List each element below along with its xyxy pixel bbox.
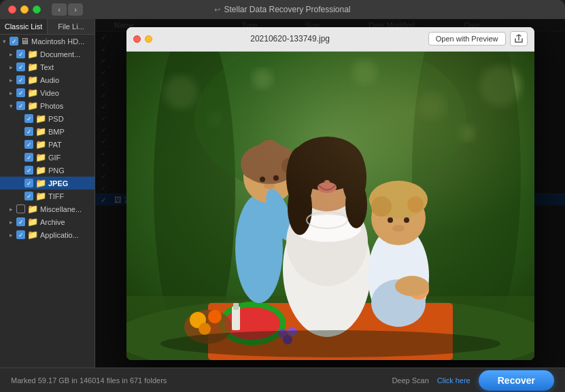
folder-icon-audio: 📁	[27, 75, 38, 85]
tree-label-macintosh: Macintosh HD...	[31, 37, 84, 46]
chevron-icon: ▸	[10, 206, 16, 213]
checkbox-documents[interactable]: ✓	[16, 50, 25, 58]
preview-titlebar: 20210620-133749.jpg Open with Preview	[126, 27, 534, 52]
folder-icon-macintosh: 🖥	[20, 36, 29, 46]
tree-item-jpeg[interactable]: ✓ 📁 JPEG	[0, 177, 95, 190]
recover-button[interactable]: Recover	[479, 370, 554, 391]
folder-icon-video: 📁	[27, 88, 38, 98]
forward-button[interactable]: ›	[68, 3, 83, 16]
tree-label-archive: Archive	[40, 218, 65, 226]
tree-item-tiff[interactable]: ✓ 📁 TIFF	[0, 190, 95, 202]
checkbox-archive[interactable]: ✓	[16, 217, 25, 226]
share-button[interactable]	[510, 31, 528, 46]
status-text: Marked 59.17 GB in 146014 files in 671 f…	[11, 376, 383, 385]
folder-icon-documents: 📁	[27, 49, 38, 59]
tree-item-documents[interactable]: ▸ ✓ 📁 Document...	[0, 48, 95, 60]
app-icon: ↩	[214, 5, 220, 14]
tab-classic-list[interactable]: Classic List	[0, 19, 48, 34]
checkbox-applications[interactable]: ✓	[16, 230, 25, 239]
back-button[interactable]: ‹	[52, 3, 67, 16]
folder-icon-miscellaneous: 📁	[27, 204, 38, 214]
checkbox-psd[interactable]: ✓	[24, 114, 33, 123]
tree-item-pat[interactable]: ✓ 📁 PAT	[0, 138, 95, 151]
tree-label-documents: Document...	[40, 50, 80, 58]
preview-window: 20210620-133749.jpg Open with Preview	[126, 27, 534, 360]
tree-label-gif: GIF	[48, 154, 61, 162]
tree-item-bmp[interactable]: ✓ 📁 BMP	[0, 125, 95, 138]
folder-icon-gif: 📁	[35, 152, 46, 162]
sidebar-tabs: Classic List File Li...	[0, 19, 95, 35]
checkbox-audio[interactable]: ✓	[16, 75, 25, 84]
chevron-icon: ▾	[10, 103, 16, 109]
checkbox-macintosh[interactable]: ✓	[10, 37, 18, 46]
tree-item-archive[interactable]: ▸ ✓ 📁 Archive	[0, 215, 95, 228]
open-with-preview-button[interactable]: Open with Preview	[428, 32, 506, 46]
photo-svg	[126, 52, 534, 360]
sidebar: Classic List File Li... ▾ ✓ 🖥 Macintosh …	[0, 19, 95, 368]
preview-traffic-lights	[133, 35, 152, 43]
tree-label-jpeg: JPEG	[48, 179, 68, 188]
tree-item-miscellaneous[interactable]: ▸ 📁 Miscellane...	[0, 202, 95, 215]
checkbox-png[interactable]: ✓	[24, 166, 33, 175]
tree-label-miscellaneous: Miscellane...	[40, 205, 82, 213]
tree-item-gif[interactable]: ✓ 📁 GIF	[0, 151, 95, 164]
close-button[interactable]	[8, 5, 16, 14]
checkbox-photos[interactable]: ✓	[16, 101, 25, 110]
chevron-icon: ▸	[10, 64, 16, 71]
checkbox-gif[interactable]: ✓	[24, 153, 33, 162]
app-title: ↩ Stellar Data Recovery Professional	[214, 5, 350, 14]
checkbox-text[interactable]: ✓	[16, 63, 25, 71]
share-icon	[514, 34, 524, 43]
tree-label-png: PNG	[48, 166, 65, 175]
preview-close-button[interactable]	[133, 35, 141, 43]
tree-label-tiff: TIFF	[48, 192, 64, 200]
folder-icon-photos: 📁	[27, 101, 38, 111]
tree-item-macintosh[interactable]: ▾ ✓ 🖥 Macintosh HD...	[0, 35, 95, 48]
folder-icon-text: 📁	[27, 62, 38, 72]
tree-item-applications[interactable]: ▸ ✓ 📁 Applicatio...	[0, 228, 95, 241]
tree-item-audio[interactable]: ▸ ✓ 📁 Audio	[0, 73, 95, 86]
preview-image	[126, 52, 534, 360]
tab-file-list[interactable]: File Li...	[48, 19, 95, 34]
tree-label-video: Video	[40, 89, 59, 97]
chevron-icon: ▸	[10, 219, 16, 226]
tree-item-video[interactable]: ▸ ✓ 📁 Video	[0, 86, 95, 99]
traffic-lights	[8, 5, 41, 14]
svg-rect-63	[126, 52, 534, 360]
deep-scan-label: Deep Scan	[392, 376, 428, 385]
tree-item-psd[interactable]: ✓ 📁 PSD	[0, 112, 95, 125]
tree-label-applications: Applicatio...	[40, 231, 79, 239]
chevron-icon: ▸	[10, 90, 16, 96]
folder-icon-png: 📁	[35, 165, 46, 175]
tree-item-text[interactable]: ▸ ✓ 📁 Text	[0, 60, 95, 73]
tree-label-audio: Audio	[40, 76, 59, 84]
main-area: Classic List File Li... ▾ ✓ 🖥 Macintosh …	[0, 19, 565, 368]
checkbox-miscellaneous[interactable]	[16, 204, 25, 213]
tree-item-photos[interactable]: ▾ ✓ 📁 Photos	[0, 99, 95, 112]
chevron-icon: ▸	[10, 51, 16, 58]
tree-label-text: Text	[40, 63, 54, 71]
tree-item-png[interactable]: ✓ 📁 PNG	[0, 164, 95, 177]
checkbox-video[interactable]: ✓	[16, 88, 25, 97]
preview-minimize-button[interactable]	[145, 35, 152, 43]
folder-icon-jpeg: 📁	[35, 178, 46, 188]
chevron-icon: ▾	[3, 38, 10, 45]
checkbox-tiff[interactable]: ✓	[24, 192, 33, 200]
bottom-bar: Marked 59.17 GB in 146014 files in 671 f…	[0, 368, 565, 392]
folder-icon-bmp: 📁	[35, 126, 46, 137]
tree-label-photos: Photos	[40, 102, 63, 110]
maximize-button[interactable]	[33, 5, 41, 14]
checkbox-bmp[interactable]: ✓	[24, 127, 33, 136]
checkbox-pat[interactable]: ✓	[24, 140, 33, 149]
minimize-button[interactable]	[20, 5, 29, 14]
chevron-icon: ▸	[10, 232, 16, 238]
checkbox-jpeg[interactable]: ✓	[24, 179, 33, 188]
tree-label-pat: PAT	[48, 141, 62, 149]
content-pane: Name Type Size Date Modified Date ✓ 01:3…	[95, 19, 565, 368]
folder-icon-tiff: 📁	[35, 191, 46, 201]
deep-scan-link[interactable]: Click here	[437, 376, 470, 385]
title-bar: ‹ › ↩ Stellar Data Recovery Professional	[0, 0, 565, 19]
tree-label-bmp: BMP	[48, 128, 65, 136]
tree-label-psd: PSD	[48, 115, 64, 123]
folder-icon-applications: 📁	[27, 230, 38, 240]
